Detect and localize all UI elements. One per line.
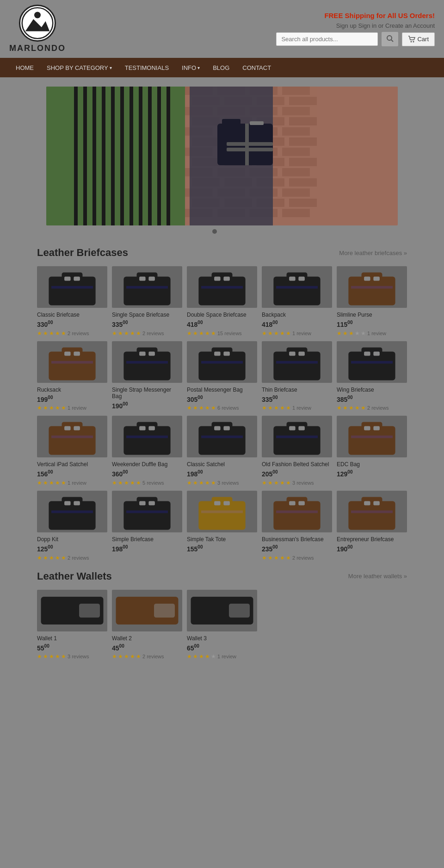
product-name: Backpack: [262, 312, 332, 318]
header-right: FREE Shipping for All US Orders! Sign up…: [276, 12, 435, 46]
product-price: 19900: [37, 395, 107, 403]
nav-info[interactable]: INFO ▾: [175, 58, 206, 77]
product-name: Simple Briefcase: [112, 536, 182, 543]
svg-rect-138: [148, 426, 155, 431]
product-image: [337, 266, 407, 308]
svg-rect-132: [64, 426, 71, 431]
product-card[interactable]: Single Space Briefcase 33500 ★★★★★2 revi…: [112, 266, 182, 337]
svg-rect-173: [298, 501, 305, 505]
svg-rect-167: [214, 501, 221, 505]
svg-rect-87: [139, 277, 146, 281]
more-wallets-link[interactable]: More leather wallets »: [348, 573, 407, 580]
svg-rect-163: [148, 501, 155, 505]
product-image: [187, 590, 257, 631]
product-card[interactable]: Entrepreneur Briefcase 19000: [337, 491, 407, 561]
hero-dot-2[interactable]: [220, 229, 224, 234]
product-image: [337, 491, 407, 532]
hero-dot-3[interactable]: [227, 229, 232, 234]
svg-rect-16: [289, 97, 317, 105]
product-image: [37, 341, 107, 383]
svg-rect-151: [351, 436, 393, 438]
more-briefcases-link[interactable]: More leather briefcases »: [339, 250, 407, 256]
product-card[interactable]: Wallet 2 4500 ★★★★★2 reviews: [112, 590, 182, 660]
product-name: Classic Satchel: [187, 461, 257, 468]
product-card[interactable]: Classic Satchel 19800 ★★★★★3 reviews: [187, 416, 257, 486]
nav-contact[interactable]: CONTACT: [236, 58, 278, 77]
product-card[interactable]: Wallet 1 5500 ★★★★★3 reviews: [37, 590, 107, 660]
review-count: 3 reviews: [68, 654, 89, 659]
product-card[interactable]: Backpack 41800 ★★★★★1 review: [262, 266, 332, 337]
svg-rect-79: [49, 277, 95, 306]
signup-link[interactable]: Sign up: [336, 22, 357, 29]
search-button[interactable]: [382, 32, 398, 46]
review-count: 3 reviews: [217, 480, 239, 486]
product-card[interactable]: Classic Briefcase 33000 ★★★★★2 reviews: [37, 266, 107, 337]
svg-rect-7: [46, 87, 185, 225]
star-filled: ★: [187, 653, 192, 660]
create-account-link[interactable]: Create an Account: [385, 22, 435, 29]
svg-rect-81: [51, 286, 93, 289]
star-empty: ★: [361, 330, 366, 337]
star-filled: ★: [268, 330, 273, 337]
star-rating: ★★★★★: [262, 330, 291, 337]
product-card[interactable]: Postal Messenger Bag 30500 ★★★★★6 review…: [187, 341, 257, 412]
product-card[interactable]: Simple Tak Tote 15500: [187, 491, 257, 561]
svg-rect-139: [198, 426, 245, 455]
svg-point-3: [387, 36, 392, 40]
product-card[interactable]: Dopp Kit 12500 ★★★★★2 reviews: [37, 491, 107, 561]
product-card[interactable]: Double Space Briefcase 41800 ★★★★★15 rev…: [187, 266, 257, 337]
svg-rect-116: [201, 361, 243, 363]
star-filled: ★: [286, 330, 291, 337]
search-input[interactable]: [276, 32, 378, 46]
product-name: Old Fashion Belted Satchel: [262, 461, 332, 468]
product-card[interactable]: Old Fashion Belted Satchel 20500 ★★★★★3 …: [262, 416, 332, 486]
star-filled: ★: [205, 653, 210, 660]
star-filled: ★: [55, 653, 60, 660]
product-card[interactable]: Wallet 3 6500 ★★★★★1 review: [187, 590, 257, 660]
star-rating: ★★★★★: [37, 330, 66, 337]
svg-rect-111: [126, 361, 168, 363]
review-count: 2 reviews: [68, 331, 89, 336]
star-filled: ★: [343, 405, 348, 411]
product-name: Simple Tak Tote: [187, 536, 257, 543]
star-filled: ★: [199, 653, 204, 660]
hero-image: [46, 87, 398, 225]
svg-rect-74: [222, 119, 240, 126]
svg-rect-62: [83, 87, 87, 225]
signin-link[interactable]: Sign in: [358, 22, 376, 29]
svg-rect-107: [64, 351, 71, 356]
product-card[interactable]: Simple Briefcase 19800: [112, 491, 182, 561]
product-card[interactable]: Thin Briefcase 33500 ★★★★★1 review: [262, 341, 332, 412]
product-card[interactable]: Single Strap Messenger Bag 19000: [112, 341, 182, 412]
star-rating: ★★★★★: [262, 480, 291, 486]
product-card[interactable]: Wing Briefcase 38500 ★★★★★2 reviews: [337, 341, 407, 412]
svg-rect-65: [111, 87, 115, 225]
nav-shop-by-category[interactable]: SHOP BY CATEGORY ▾: [40, 58, 118, 77]
svg-rect-84: [123, 277, 170, 306]
product-card[interactable]: EDC Bag 12900: [337, 416, 407, 486]
product-card[interactable]: Vertical iPad Satchel 15600 ★★★★★1 revie…: [37, 416, 107, 486]
product-card[interactable]: Businessman's Briefcase 23500 ★★★★★2 rev…: [262, 491, 332, 561]
hero-dot-1[interactable]: [212, 229, 217, 234]
svg-rect-91: [201, 286, 243, 289]
nav-testimonials[interactable]: TESTIMONIALS: [118, 58, 175, 77]
nav-home[interactable]: HOME: [9, 58, 40, 77]
svg-rect-82: [64, 277, 71, 281]
star-filled: ★: [118, 653, 123, 660]
product-card[interactable]: Slimline Purse 11500 ★★★★★1 review: [337, 266, 407, 337]
star-filled: ★: [61, 653, 66, 660]
svg-rect-134: [123, 426, 170, 455]
svg-rect-121: [276, 361, 318, 363]
product-card[interactable]: Rucksack 19900 ★★★★★1 review: [37, 341, 107, 412]
svg-rect-144: [273, 426, 320, 455]
nav-blog[interactable]: BLOG: [206, 58, 236, 77]
review-count: 2 reviews: [292, 555, 314, 561]
logo-area: MARLONDO: [9, 5, 66, 53]
svg-rect-48: [289, 178, 317, 187]
svg-rect-98: [298, 277, 305, 281]
svg-rect-118: [223, 351, 230, 356]
cart-button[interactable]: Cart: [402, 32, 435, 46]
product-card[interactable]: Weekender Duffle Bag 36000 ★★★★★5 review…: [112, 416, 182, 486]
svg-rect-20: [282, 107, 310, 115]
dropdown-arrow-shop: ▾: [110, 65, 112, 70]
